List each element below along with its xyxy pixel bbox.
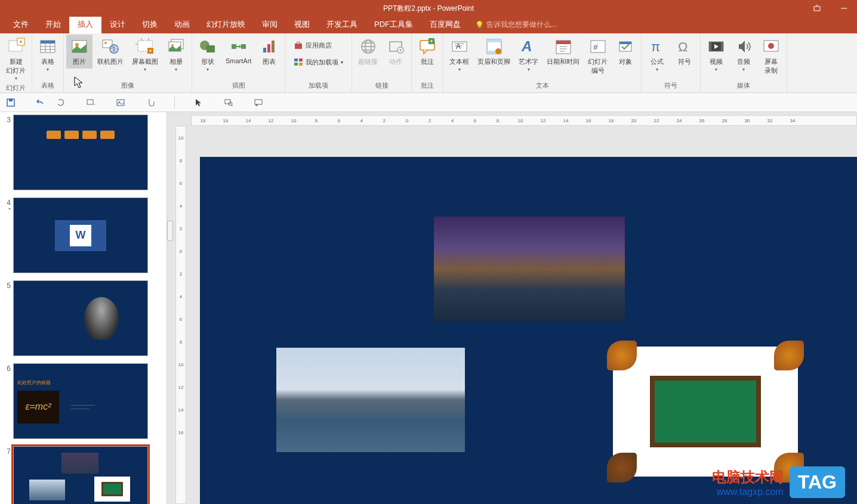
tab-view[interactable]: 视图: [286, 16, 318, 33]
tab-developer[interactable]: 开发工具: [318, 16, 366, 33]
tab-pdf-tools[interactable]: PDF工具集: [366, 16, 421, 33]
city-image[interactable]: [434, 217, 625, 322]
leaf-decoration: [607, 453, 637, 483]
mountain-image[interactable]: [276, 348, 465, 452]
ribbon-btn-我的加载项[interactable]: 我的加载项 ▾: [291, 56, 346, 68]
watermark: 电脑技术网 www.tagxp.com TAG: [712, 466, 845, 498]
slide-thumbnail-panel[interactable]: 34*W56此处照片的标题ε=mc²——————————————7: [0, 112, 167, 504]
ribbon-group-label: 幻灯片: [2, 84, 29, 94]
ribbon-btn-日期和时间[interactable]: 日期和时间: [543, 35, 583, 69]
形状-icon: [198, 37, 217, 56]
slide-thumbnail[interactable]: [13, 446, 148, 504]
slide-thumbnail[interactable]: [13, 280, 148, 356]
minimize-button[interactable]: [830, 0, 857, 17]
ribbon-btn-公式[interactable]: π公式▾: [644, 35, 670, 75]
ribbon-btn-形状[interactable]: 形状▾: [195, 35, 221, 75]
ribbon-btn-页眉和页脚[interactable]: 页眉和页脚: [474, 35, 514, 69]
slide-editor[interactable]: 1816141210864202468101214161820222426283…: [167, 112, 857, 504]
main-area: 34*W56此处照片的标题ε=mc²——————————————7 181614…: [0, 112, 857, 504]
quick-access-toolbar: [0, 93, 857, 112]
ribbon-group-label: 插图: [195, 81, 282, 91]
slide-number: 6: [2, 363, 13, 439]
ribbon-btn-应用商店[interactable]: 应用商店: [291, 39, 346, 51]
ribbon-display-options[interactable]: [803, 0, 830, 17]
ribbon-btn-图片[interactable]: 图片: [66, 35, 93, 69]
ribbon-btn-表格[interactable]: 表格▾: [35, 35, 61, 75]
符号-icon: Ω: [675, 37, 694, 56]
slide-thumb-5[interactable]: 5: [2, 280, 162, 356]
image-mode-icon[interactable]: [115, 97, 127, 109]
ribbon-btn-音频[interactable]: 音频▾: [730, 35, 757, 75]
undo-icon[interactable]: [35, 97, 47, 109]
ribbon-btn-符号[interactable]: Ω符号: [671, 35, 698, 69]
tab-file[interactable]: 文件: [5, 16, 37, 33]
tab-review[interactable]: 审阅: [254, 16, 286, 33]
mouse-cursor-icon[interactable]: [193, 97, 205, 109]
dropdown-arrow-icon: ▾: [175, 67, 177, 72]
ribbon-btn-联机图片[interactable]: 联机图片: [94, 35, 127, 69]
ribbon-btn-屏幕截图[interactable]: 屏幕截图▾: [128, 35, 162, 75]
svg-rect-0: [814, 7, 820, 11]
联机图片-icon: [101, 37, 120, 56]
tab-animations[interactable]: 动画: [166, 16, 198, 33]
ribbon-btn-新建幻灯片[interactable]: 新建幻灯片▾: [2, 35, 29, 84]
slide-thumbnail[interactable]: W: [13, 197, 148, 273]
svg-rect-37: [487, 39, 501, 42]
touch-mode-icon[interactable]: [144, 97, 156, 109]
splitter-knob[interactable]: [167, 221, 173, 241]
ribbon-btn-动作: 动作: [383, 35, 409, 69]
dropdown-arrow-icon: ▾: [458, 67, 461, 72]
ribbon-btn-批注[interactable]: 批注: [414, 35, 440, 69]
屏幕录制-icon: [762, 37, 781, 56]
svg-text:A: A: [521, 38, 532, 54]
start-from-beginning-icon[interactable]: [85, 97, 97, 109]
slide-thumb-4[interactable]: 4*W: [2, 197, 162, 273]
zoom-icon[interactable]: [223, 97, 235, 109]
应用商店-icon: [294, 41, 303, 50]
ribbon-btn-视频[interactable]: 视频▾: [703, 35, 729, 75]
redo-icon[interactable]: [55, 97, 67, 109]
save-icon[interactable]: [5, 97, 17, 109]
tab-slideshow[interactable]: 幻灯片放映: [198, 16, 254, 33]
ribbon-btn-相册[interactable]: 相册▾: [163, 35, 189, 75]
present-icon[interactable]: [252, 97, 264, 109]
动作-icon: [386, 37, 405, 56]
ribbon-btn-SmartArt[interactable]: SmartArt: [222, 35, 255, 67]
tab-baidu-netdisk[interactable]: 百度网盘: [421, 16, 469, 33]
ribbon-group-插图: 形状▾SmartArt图表插图: [192, 33, 285, 92]
svg-rect-55: [9, 99, 13, 101]
slide-thumb-6[interactable]: 6此处照片的标题ε=mc²——————————————: [2, 363, 162, 439]
我的加载项-icon: [294, 57, 303, 67]
视频-icon: [707, 37, 726, 56]
slide-canvas[interactable]: [200, 157, 857, 504]
svg-rect-51: [721, 42, 723, 51]
ribbon-btn-屏幕录制[interactable]: 屏幕录制: [758, 35, 784, 78]
tab-transitions[interactable]: 切换: [134, 16, 166, 33]
lightbulb-icon: 💡: [475, 21, 484, 29]
ribbon-btn-图表[interactable]: 图表: [256, 35, 282, 69]
文本框-icon: A: [450, 37, 469, 56]
svg-text:#: #: [593, 42, 598, 52]
tab-design[interactable]: 设计: [101, 16, 134, 33]
页眉和页脚-icon: [485, 37, 504, 56]
app-name: PowerPoint: [437, 4, 474, 13]
svg-rect-25: [299, 58, 303, 61]
tell-me-search[interactable]: 💡 告诉我您想要做什么...: [475, 16, 557, 33]
ribbon-group-label: 表格: [35, 81, 61, 91]
slide-thumbnail[interactable]: 此处照片的标题ε=mc²——————————————: [13, 363, 148, 439]
vertical-ruler: 1086420246810121416: [175, 126, 186, 504]
slide-thumb-3[interactable]: 3: [2, 115, 162, 190]
chalkboard-frame-image[interactable]: [613, 347, 798, 477]
ribbon-btn-对象[interactable]: 对象: [612, 35, 639, 69]
ribbon-group-label: 图像: [66, 81, 189, 91]
tab-home[interactable]: 开始: [37, 16, 69, 33]
svg-rect-57: [117, 100, 124, 106]
ribbon-btn-艺术字[interactable]: A艺术字▾: [515, 35, 542, 75]
ribbon-btn-文本框[interactable]: A文本框▾: [446, 35, 473, 75]
svg-rect-19: [241, 44, 246, 49]
tab-insert[interactable]: 插入: [69, 16, 101, 33]
屏幕截图-icon: [135, 37, 155, 56]
slide-thumbnail[interactable]: [13, 115, 148, 190]
slide-thumb-7[interactable]: 7: [2, 446, 162, 504]
ribbon-btn-幻灯片编号[interactable]: #幻灯片编号: [584, 35, 611, 78]
